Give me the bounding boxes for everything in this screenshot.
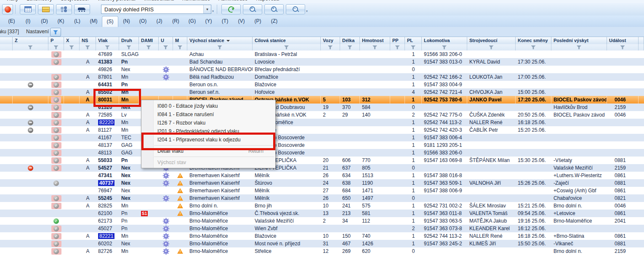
column-header-konec[interactable]: Konec směny bbox=[516, 37, 551, 44]
alert-button[interactable] bbox=[2, 4, 13, 14]
column-header-u[interactable]: U bbox=[159, 37, 173, 44]
column-filter-udalost[interactable] bbox=[607, 44, 639, 50]
table-row[interactable]: 62173PnBrno-MaloměřiceValašské Meziříčí2… bbox=[0, 217, 644, 225]
cell-train-number[interactable]: 47689 bbox=[96, 50, 119, 58]
table-row[interactable]: A81127MnBlažovice192542 742 420-3ČABLÍK … bbox=[0, 126, 644, 134]
column-filter-druh[interactable] bbox=[119, 44, 139, 50]
column-header-z[interactable]: Z bbox=[13, 37, 48, 44]
column-header-dami[interactable]: DAMI bbox=[139, 37, 159, 44]
menu-item-komunikace[interactable]: Komunikace bbox=[178, 0, 214, 2]
settings-label[interactable]: Nastavení bbox=[26, 29, 49, 35]
train-button[interactable] bbox=[74, 4, 90, 14]
table-row[interactable]: 48137GAGDomo II.o Boscoverde19181 1293 2… bbox=[0, 141, 644, 149]
column-header-p[interactable]: P bbox=[48, 37, 64, 44]
cell-train-number[interactable]: 82825 bbox=[96, 202, 119, 210]
column-filter-cilova[interactable] bbox=[253, 44, 321, 50]
cell-train-number[interactable]: 64431 bbox=[96, 81, 119, 88]
table-row[interactable]: A85502MnBeroun seř.n.Hořovice492542 742 … bbox=[0, 88, 644, 96]
menu-item-napoveda[interactable]: Nápověda bbox=[252, 0, 283, 2]
zoom-reset-button[interactable]: = bbox=[243, 4, 262, 14]
column-header-vlak[interactable]: Vlak bbox=[96, 37, 119, 44]
tab-j[interactable]: (J) bbox=[151, 16, 168, 27]
table-row[interactable]: A72585LvOstrava báňské n.VOK229140292542… bbox=[0, 111, 644, 119]
tab-g[interactable]: (G) bbox=[184, 16, 200, 27]
table-row[interactable]: 76947NexBremerhaven KaiserhfMělník276841… bbox=[0, 187, 644, 194]
table-row[interactable]: 62100PnS1Brno-MaloměřiceČ.Třebová vjezd.… bbox=[0, 210, 644, 217]
cell-train-number[interactable]: 40737 bbox=[96, 179, 119, 187]
toolbar-overflow-icon[interactable]: ▾ bbox=[212, 9, 214, 13]
cell-train-number[interactable]: 87801 bbox=[96, 73, 119, 81]
view-select[interactable]: Datový dohled PRIS ▼ bbox=[101, 5, 211, 14]
refresh-button[interactable] bbox=[221, 4, 241, 14]
table-row[interactable]: 48113GAGDomo II.o Boscoverde191566 383 2… bbox=[0, 149, 644, 157]
context-menu-item-i084-1-editace-naruseni[interactable]: I084 1 - Editace narušení bbox=[141, 110, 275, 119]
table-row[interactable]: 60202NexBrno-MaloměřiceMost nové n. příj… bbox=[0, 240, 644, 247]
cell-train-number[interactable]: 62100 bbox=[96, 210, 119, 217]
tab-k[interactable]: (K) bbox=[53, 16, 69, 27]
cell-train-number[interactable]: 82220 bbox=[96, 119, 119, 126]
tab-z[interactable]: (Z) bbox=[266, 16, 282, 27]
menu-item-vlakovy-personal[interactable]: Vlakový personál bbox=[93, 0, 140, 2]
column-filter-pp[interactable] bbox=[390, 44, 405, 50]
table-row[interactable]: 64431PnBeroun os.n.Blažovice191547 383 0… bbox=[0, 81, 644, 88]
column-filter-u[interactable] bbox=[159, 44, 173, 50]
toolbar-overflow-icon[interactable]: ▾ bbox=[306, 9, 308, 13]
column-header-druh[interactable]: Druh bbox=[119, 37, 139, 44]
column-header-hmotnost[interactable]: Hmotnost bbox=[360, 37, 390, 44]
table-row[interactable]: 47341NexBremerhaven KaiserhfMělník266341… bbox=[0, 172, 644, 179]
table-row[interactable]: 41167TECDomo II.o Boscoverde191547 383 0… bbox=[0, 134, 644, 141]
table-row[interactable]: A82825MnBrno dolní n.Brno jih10241575192… bbox=[0, 202, 644, 210]
filter-toggle-button[interactable] bbox=[50, 28, 61, 37]
column-filter-p[interactable] bbox=[48, 44, 64, 50]
table-row[interactable]: A82726MnBrno-MaloměřiceStřelice122696200… bbox=[0, 247, 644, 255]
cell-train-number[interactable]: 61520 bbox=[96, 104, 119, 111]
tab-v[interactable]: (V) bbox=[233, 16, 250, 27]
cell-train-number[interactable]: 76947 bbox=[96, 187, 119, 194]
column-header-posledni[interactable]: Poslední výskyt bbox=[551, 37, 607, 44]
column-filter-m[interactable] bbox=[173, 44, 187, 50]
context-menu-item-detail-vlaku[interactable]: Detail vlakuReturn bbox=[141, 147, 275, 155]
table-row-highlighted[interactable]: A80031MnBIOCEL Paskov závodOstrava báňsk… bbox=[0, 96, 644, 104]
tab-n[interactable]: (N) bbox=[118, 16, 135, 27]
context-menu-item-i126-7-rozbor-vlaku[interactable]: I126 7 - Rozbor vlaku bbox=[141, 119, 275, 127]
table-row[interactable]: A87801MnBělá nad RadbuzouDomažlice192542… bbox=[0, 73, 644, 81]
column-filter-ns[interactable] bbox=[80, 44, 96, 50]
column-header-x[interactable]: X bbox=[64, 37, 80, 44]
column-header-lokomotiva[interactable]: Lokomotiva bbox=[422, 37, 467, 44]
column-filter-delka[interactable] bbox=[340, 44, 360, 50]
cell-train-number[interactable]: 62173 bbox=[96, 217, 119, 225]
zoom-in-button[interactable]: + bbox=[264, 4, 284, 14]
column-filter-strojvedouci[interactable] bbox=[467, 44, 516, 50]
table-row[interactable]: 40737NexBremerhaven KaiserhfŠtúrovo24638… bbox=[0, 179, 644, 187]
column-header-pl[interactable]: PL bbox=[405, 37, 422, 44]
column-header-m[interactable]: M bbox=[173, 37, 187, 44]
cell-train-number[interactable]: 48113 bbox=[96, 149, 119, 157]
tab-s[interactable]: (S) bbox=[102, 16, 118, 27]
tab-r[interactable]: (R) bbox=[168, 16, 184, 27]
column-filter-posledni[interactable] bbox=[551, 44, 607, 50]
tab-p[interactable]: (P) bbox=[250, 16, 266, 27]
column-filter-hmotnost[interactable] bbox=[360, 44, 390, 50]
table-row[interactable]: A54527NexBremerhaven KaiserhfŽILINA-TEPL… bbox=[0, 164, 644, 172]
cell-train-number[interactable]: 54527 bbox=[96, 164, 119, 172]
tab-l[interactable]: (L) bbox=[69, 16, 85, 27]
column-header-spacer[interactable] bbox=[0, 37, 13, 44]
cell-train-number[interactable]: 49826 bbox=[96, 66, 119, 73]
chevron-down-icon[interactable]: ▼ bbox=[203, 5, 211, 13]
menu-item-administrace[interactable]: Administrace bbox=[214, 0, 252, 2]
tab-e[interactable]: (E) bbox=[3, 16, 20, 27]
column-header-pp[interactable]: PP bbox=[390, 37, 405, 44]
column-filter-lokomotiva[interactable] bbox=[422, 44, 467, 50]
menu-item-vlaky[interactable]: Vlaky bbox=[2, 0, 22, 2]
cell-train-number[interactable]: 41383 bbox=[96, 58, 119, 66]
column-header-vozy[interactable]: Vozy bbox=[321, 37, 340, 44]
cell-train-number[interactable]: 81127 bbox=[96, 126, 119, 134]
cell-train-number[interactable]: 45027 bbox=[96, 225, 119, 232]
tab-i[interactable]: (I) bbox=[20, 16, 36, 27]
table-row[interactable]: 49826NexBÁNOVCE NAD BEBRAVOUBřeclav před… bbox=[0, 66, 644, 73]
column-filter-dami[interactable] bbox=[139, 44, 159, 50]
menu-item-lokomotivy[interactable]: Lokomotivy bbox=[22, 0, 56, 2]
context-menu-item-i080-0-editace-jizdy-vlaku[interactable]: I080 0 - Editace jízdy vlaku bbox=[141, 102, 275, 110]
table-view-button[interactable] bbox=[20, 4, 36, 14]
table-row[interactable]: A55245NexBremerhaven KaiserhfMělník26650… bbox=[0, 194, 644, 202]
